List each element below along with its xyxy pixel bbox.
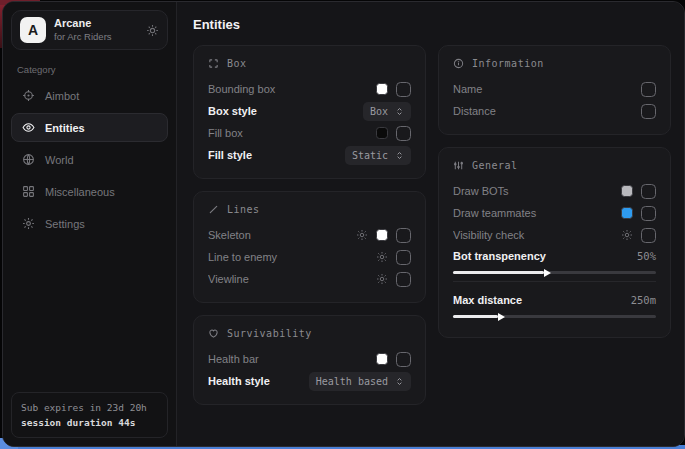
- slider-label: Max distance: [453, 294, 631, 306]
- slider-label: Bot transpenency: [453, 250, 637, 262]
- panel-box: Box Bounding box Box style Box: [193, 45, 426, 179]
- panel-title: Survivability: [227, 328, 312, 339]
- sidebar-item-entities[interactable]: Entities: [11, 113, 168, 142]
- row-fill-box: Fill box: [208, 122, 411, 144]
- fill-box-checkbox[interactable]: [396, 126, 411, 141]
- panel-survivability: Survivability Health bar Health style He…: [193, 315, 426, 405]
- name-checkbox[interactable]: [641, 82, 656, 97]
- row-label: Distance: [453, 105, 641, 117]
- panel-lines: Lines Skeleton Line to enemy: [193, 191, 426, 303]
- viewline-checkbox[interactable]: [396, 272, 411, 287]
- gear-icon[interactable]: [376, 251, 388, 263]
- row-viewline: Viewline: [208, 268, 411, 290]
- gear-icon: [22, 217, 35, 230]
- color-swatch[interactable]: [621, 185, 633, 197]
- panel-title: General: [472, 160, 518, 171]
- row-label: Health bar: [208, 353, 376, 365]
- dropdown-value: Box: [370, 106, 388, 117]
- panel-title: Box: [227, 58, 247, 69]
- panel-general-header: General: [453, 160, 656, 171]
- health-bar-checkbox[interactable]: [396, 352, 411, 367]
- gear-icon[interactable]: [621, 229, 633, 241]
- fill-style-dropdown[interactable]: Static: [345, 146, 411, 165]
- color-swatch[interactable]: [621, 207, 633, 219]
- line-to-enemy-checkbox[interactable]: [396, 250, 411, 265]
- panel-information: Information Name Distance: [438, 45, 671, 135]
- category-label: Category: [17, 64, 162, 75]
- panel-box-header: Box: [208, 58, 411, 69]
- right-column: Information Name Distance: [438, 45, 671, 338]
- health-style-dropdown[interactable]: Health based: [309, 372, 411, 391]
- gear-icon[interactable]: [376, 273, 388, 285]
- dropdown-value: Health based: [316, 376, 388, 387]
- row-label: Box style: [208, 105, 363, 117]
- sidebar-item-label: Aimbot: [45, 90, 79, 102]
- gear-icon[interactable]: [356, 229, 368, 241]
- panel-information-header: Information: [453, 58, 656, 69]
- row-label: Health style: [208, 375, 309, 387]
- sliders-icon: [453, 160, 464, 171]
- visibility-check-checkbox[interactable]: [641, 228, 656, 243]
- subscription-card: Sub expires in 23d 20h session duration …: [11, 392, 168, 438]
- color-swatch[interactable]: [376, 229, 388, 241]
- row-label: Fill box: [208, 127, 376, 139]
- panel-general: General Draw BOTs Draw teammates: [438, 147, 671, 338]
- brand-card: A Arcane for Arc Riders: [11, 10, 168, 50]
- eye-icon: [22, 121, 35, 134]
- color-swatch[interactable]: [376, 83, 388, 95]
- slider-value: 250m: [631, 294, 656, 306]
- brand-logo: A: [20, 17, 46, 43]
- panel-survivability-header: Survivability: [208, 328, 411, 339]
- max-distance-slider[interactable]: [453, 315, 656, 318]
- row-fill-style: Fill style Static: [208, 144, 411, 166]
- app-window: A Arcane for Arc Riders Category Aimbot: [2, 1, 685, 447]
- skeleton-checkbox[interactable]: [396, 228, 411, 243]
- slider-value: 50%: [637, 250, 656, 262]
- sidebar-nav: Aimbot Entities World: [11, 81, 168, 238]
- dropdown-value: Static: [352, 150, 388, 161]
- divider: [453, 281, 656, 282]
- sync-gear-icon[interactable]: [146, 24, 159, 37]
- page-title: Entities: [193, 17, 671, 32]
- row-label: Fill style: [208, 149, 345, 161]
- sidebar: A Arcane for Arc Riders Category Aimbot: [3, 2, 177, 446]
- row-draw-bots: Draw BOTs: [453, 180, 656, 202]
- bounding-box-checkbox[interactable]: [396, 82, 411, 97]
- grid-icon: [22, 185, 35, 198]
- color-swatch[interactable]: [376, 127, 388, 139]
- row-label: Viewline: [208, 273, 376, 285]
- panel-title: Lines: [227, 204, 260, 215]
- row-label: Draw teammates: [453, 207, 621, 219]
- bot-transparency-group: Bot transpenency 50%: [453, 246, 656, 274]
- crosshair-icon: [22, 89, 35, 102]
- row-label: Visibility check: [453, 229, 621, 241]
- info-icon: [453, 58, 464, 69]
- sidebar-item-settings[interactable]: Settings: [11, 209, 168, 238]
- row-box-style: Box style Box: [208, 100, 411, 122]
- draw-teammates-checkbox[interactable]: [641, 206, 656, 221]
- sidebar-item-aimbot[interactable]: Aimbot: [11, 81, 168, 110]
- sidebar-item-label: Entities: [45, 122, 85, 134]
- row-line-to-enemy: Line to enemy: [208, 246, 411, 268]
- sub-expires-text: Sub expires in 23d 20h: [21, 400, 158, 415]
- box-style-dropdown[interactable]: Box: [363, 102, 411, 121]
- row-health-bar: Health bar: [208, 348, 411, 370]
- chevrons-up-down-icon: [395, 377, 404, 386]
- brand-subtitle: for Arc Riders: [54, 31, 112, 43]
- globe-icon: [22, 153, 35, 166]
- panel-title: Information: [472, 58, 544, 69]
- panel-lines-header: Lines: [208, 204, 411, 215]
- row-label: Draw BOTs: [453, 185, 621, 197]
- session-duration-text: session duration 44s: [21, 415, 158, 430]
- bot-transparency-slider[interactable]: [453, 271, 656, 274]
- chevrons-up-down-icon: [395, 151, 404, 160]
- sidebar-item-miscellaneous[interactable]: Miscellaneous: [11, 177, 168, 206]
- draw-bots-checkbox[interactable]: [641, 184, 656, 199]
- sidebar-item-world[interactable]: World: [11, 145, 168, 174]
- distance-checkbox[interactable]: [641, 104, 656, 119]
- row-visibility-check: Visibility check: [453, 224, 656, 246]
- row-bounding-box: Bounding box: [208, 78, 411, 100]
- health-icon: [208, 328, 219, 339]
- frame-corners-icon: [208, 58, 219, 69]
- color-swatch[interactable]: [376, 353, 388, 365]
